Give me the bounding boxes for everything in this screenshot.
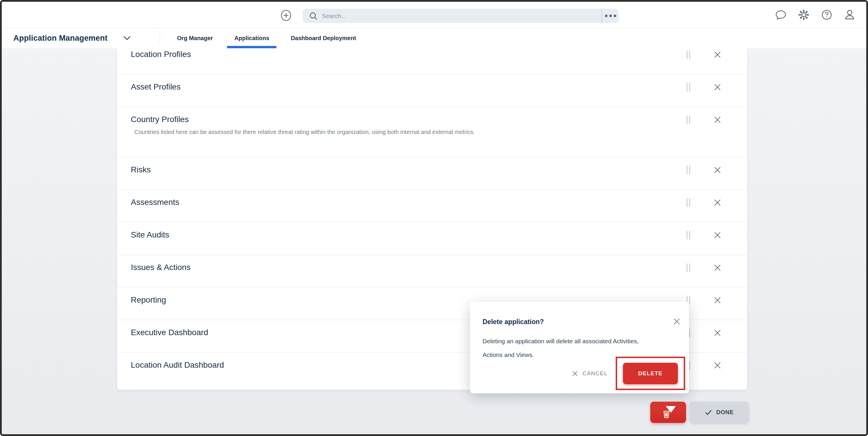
close-icon — [713, 198, 721, 207]
done-label: DONE — [716, 409, 734, 416]
tab-org-manager[interactable]: Org Manager — [170, 28, 220, 48]
dialog-title: Delete application? — [483, 318, 544, 326]
remove-application-button[interactable] — [713, 231, 721, 239]
tab-applications[interactable]: Applications — [227, 28, 276, 48]
content-area: Location Profiles Asset Profiles Country… — [2, 48, 866, 434]
dialog-close-button[interactable] — [673, 317, 681, 325]
help-button[interactable] — [820, 9, 833, 21]
close-icon — [713, 51, 721, 59]
delete-confirmation-dialog: Delete application? Deleting an applicat… — [470, 302, 689, 393]
page-title: Application Management — [13, 34, 107, 43]
drag-handle-icon[interactable] — [687, 83, 690, 92]
remove-application-button[interactable] — [713, 361, 721, 369]
close-icon — [572, 371, 578, 376]
dialog-actions: CANCEL DELETE — [572, 356, 685, 390]
chat-bubble-icon — [775, 9, 787, 21]
application-name: Assessments — [131, 197, 747, 207]
list-item[interactable]: Asset Profiles — [117, 74, 747, 107]
drag-handle-icon[interactable] — [687, 231, 690, 240]
add-button[interactable] — [280, 9, 292, 22]
drag-handle-icon[interactable] — [687, 166, 690, 175]
tab-dashboard-deployment[interactable]: Dashboard Deployment — [283, 28, 363, 48]
remove-application-button[interactable] — [713, 329, 721, 337]
close-icon — [713, 231, 721, 239]
done-button[interactable]: DONE — [689, 402, 749, 423]
list-item[interactable]: Site Audits — [117, 222, 747, 255]
drag-handle-icon[interactable] — [687, 198, 690, 207]
list-item[interactable]: Location Profiles — [117, 48, 747, 74]
list-item[interactable]: Assessments — [117, 190, 747, 222]
cancel-button[interactable]: CANCEL — [572, 370, 608, 377]
application-name: Location Profiles — [131, 50, 747, 59]
application-name: Site Audits — [131, 230, 747, 240]
remove-application-button[interactable] — [713, 296, 721, 304]
search-icon — [309, 12, 318, 20]
annotation-highlight-box: DELETE — [616, 356, 685, 390]
page-header: Application Management Org Manager Appli… — [2, 28, 866, 48]
close-icon — [713, 329, 721, 337]
top-bar: Search... — [2, 2, 866, 28]
check-icon — [705, 409, 712, 415]
close-icon — [713, 83, 721, 91]
search-bar[interactable]: Search... — [303, 9, 619, 23]
remove-application-button[interactable] — [713, 116, 721, 124]
application-name: Country Profiles — [131, 115, 747, 124]
trash-funnel-icon — [660, 405, 676, 420]
user-account-button[interactable] — [844, 9, 856, 21]
search-options-button[interactable] — [601, 9, 619, 23]
app-switcher[interactable]: Application Management — [13, 28, 131, 48]
drag-handle-icon[interactable] — [687, 263, 690, 272]
cancel-label: CANCEL — [583, 370, 608, 377]
application-description: Countries listed here can be assessed fo… — [134, 129, 570, 135]
tab-bar: Org Manager Applications Dashboard Deplo… — [166, 28, 367, 48]
remove-application-button[interactable] — [713, 83, 721, 91]
list-item[interactable]: Issues & Actions — [117, 255, 747, 287]
application-name: Issues & Actions — [131, 262, 747, 272]
plus-circle-icon — [280, 9, 292, 22]
ellipsis-icon — [605, 14, 616, 17]
app-window: Search... — [0, 0, 868, 436]
list-item[interactable]: Country Profiles Countries listed here c… — [117, 107, 747, 157]
remove-application-button[interactable] — [713, 263, 721, 272]
close-icon — [713, 263, 721, 272]
remove-application-button[interactable] — [713, 166, 721, 174]
person-icon — [844, 9, 856, 21]
close-icon — [713, 116, 721, 124]
remove-application-button[interactable] — [713, 51, 721, 59]
chevron-down-icon — [123, 36, 131, 40]
close-icon — [673, 317, 681, 325]
search-input[interactable]: Search... — [322, 12, 601, 20]
chat-button[interactable] — [775, 9, 787, 21]
delete-button[interactable]: DELETE — [623, 363, 678, 384]
application-name: Asset Profiles — [131, 82, 747, 92]
remove-application-button[interactable] — [713, 198, 721, 207]
trash-drop-button[interactable] — [650, 402, 686, 423]
drag-handle-icon[interactable] — [687, 115, 690, 124]
close-icon — [713, 166, 721, 174]
list-item[interactable]: Risks — [117, 157, 747, 190]
gear-icon — [798, 9, 810, 21]
close-icon — [713, 296, 721, 304]
application-name: Risks — [131, 165, 747, 175]
drag-handle-icon[interactable] — [687, 50, 690, 59]
question-circle-icon — [820, 9, 833, 21]
close-icon — [713, 361, 721, 369]
settings-button[interactable] — [798, 9, 810, 21]
